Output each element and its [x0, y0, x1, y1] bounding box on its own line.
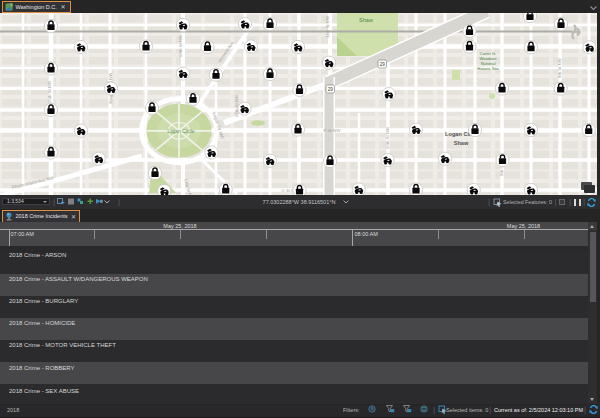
- svg-text:11th St NW: 11th St NW: [325, 15, 330, 38]
- svg-text:29: 29: [328, 87, 334, 92]
- svg-text:Shaw: Shaw: [359, 17, 373, 23]
- svg-text:Logan Circle: Logan Circle: [168, 129, 195, 134]
- svg-text:15th St NW: 15th St NW: [47, 80, 52, 103]
- svg-text:13th St NW: 13th St NW: [178, 34, 183, 57]
- svg-text:P St NW: P St NW: [324, 128, 342, 133]
- svg-text:Shaw: Shaw: [454, 140, 469, 146]
- svg-text:8th St NW: 8th St NW: [557, 57, 562, 78]
- svg-text:Historic Site: Historic Site: [477, 66, 499, 71]
- svg-text:29: 29: [380, 62, 386, 67]
- svg-text:10th St NW: 10th St NW: [385, 126, 390, 149]
